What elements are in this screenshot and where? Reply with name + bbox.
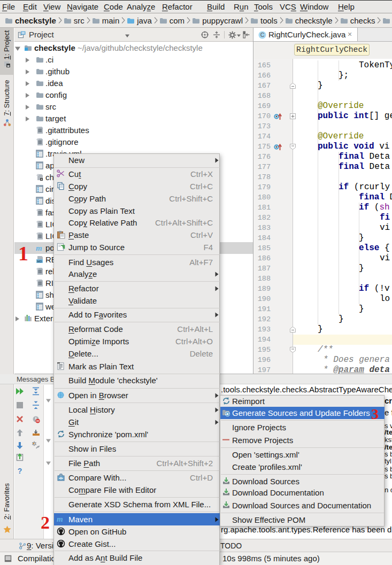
- svg-text:MD: MD: [37, 260, 42, 263]
- svg-text:C: C: [260, 32, 265, 38]
